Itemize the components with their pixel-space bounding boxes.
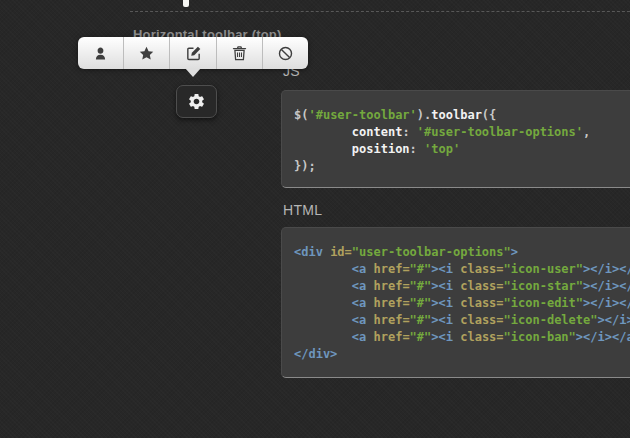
page: Horizontal toolbar (top) JS $('#user-too… <box>0 0 630 438</box>
section-divider <box>130 11 630 12</box>
toolbar-delete-button[interactable] <box>217 37 263 69</box>
clipped-heading-descender <box>183 0 189 7</box>
user-icon <box>92 45 109 62</box>
edit-icon <box>185 45 202 62</box>
toolbar-ban-button[interactable] <box>263 37 308 69</box>
gear-button[interactable] <box>176 85 217 118</box>
js-code-block: $('#user-toolbar').toolbar({ content: '#… <box>281 90 630 188</box>
delete-icon <box>231 45 248 62</box>
toolbar-edit-button[interactable] <box>170 37 216 69</box>
ban-icon <box>277 45 294 62</box>
user-toolbar-popup <box>78 37 308 69</box>
toolbar-user-button[interactable] <box>78 37 124 69</box>
popup-arrow <box>185 68 201 77</box>
star-icon <box>138 45 155 62</box>
gear-icon <box>187 92 206 111</box>
html-code-block: <div id="user-toolbar-options"> <a href=… <box>281 227 630 378</box>
html-panel-label: HTML <box>283 202 322 218</box>
toolbar-star-button[interactable] <box>124 37 170 69</box>
